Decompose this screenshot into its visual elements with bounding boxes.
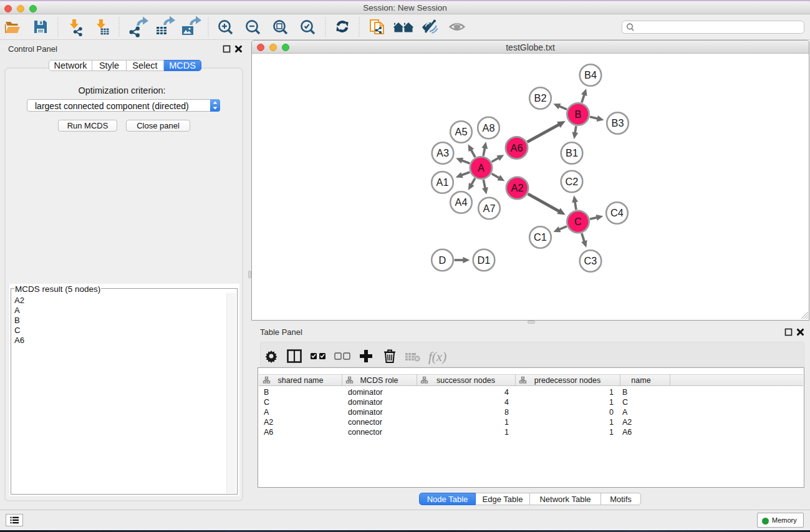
svg-text:C4: C4 [610,207,624,218]
svg-text:C2: C2 [566,176,579,187]
svg-text:C: C [574,216,582,227]
svg-text:B: B [264,388,269,397]
svg-text:A8: A8 [483,122,495,133]
svg-text:shared name: shared name [278,376,324,385]
svg-text:A3: A3 [436,147,449,158]
svg-text:successor nodes: successor nodes [436,376,495,385]
svg-text:dominator: dominator [348,408,383,417]
svg-text:C: C [264,398,269,407]
svg-text:D: D [439,254,446,266]
svg-text:B: B [575,109,582,120]
svg-text:A2: A2 [511,182,524,193]
svg-text:B1: B1 [566,147,578,158]
svg-text:A: A [478,162,485,173]
svg-text:1: 1 [609,418,614,427]
svg-text:A6: A6 [264,428,273,437]
svg-text:A2: A2 [264,418,273,427]
svg-text:4: 4 [504,398,509,407]
svg-text:C1: C1 [534,231,547,243]
svg-text:connector: connector [348,428,382,437]
svg-text:1: 1 [504,428,509,437]
svg-text:A: A [622,408,628,417]
svg-text:4: 4 [504,388,509,397]
svg-text:A1: A1 [436,177,449,188]
svg-text:connector: connector [348,418,382,427]
svg-text:8: 8 [504,408,509,417]
svg-text:MCDS role: MCDS role [360,376,398,385]
svg-text:A4: A4 [455,196,468,208]
svg-text:name: name [631,376,650,385]
svg-text:A: A [264,408,269,417]
svg-text:C3: C3 [584,255,597,266]
svg-text:1: 1 [609,388,614,397]
svg-text:1: 1 [504,418,509,427]
svg-text:B4: B4 [584,69,597,80]
svg-text:A7: A7 [483,203,496,214]
svg-text:D1: D1 [478,254,491,266]
svg-text:A2: A2 [622,418,632,427]
svg-text:1: 1 [609,428,614,437]
svg-text:B: B [622,388,627,397]
svg-text:predecessor nodes: predecessor nodes [534,376,600,385]
svg-text:f(x): f(x) [428,349,446,364]
svg-text:0: 0 [609,408,614,417]
svg-text:1: 1 [609,398,614,407]
svg-text:dominator: dominator [348,398,383,407]
svg-text:A6: A6 [511,142,523,153]
svg-text:A5: A5 [455,126,468,137]
svg-text:dominator: dominator [348,388,383,397]
svg-text:B2: B2 [534,92,547,104]
svg-text:C: C [622,398,628,407]
svg-text:A6: A6 [622,428,632,437]
svg-text:B3: B3 [612,117,624,128]
